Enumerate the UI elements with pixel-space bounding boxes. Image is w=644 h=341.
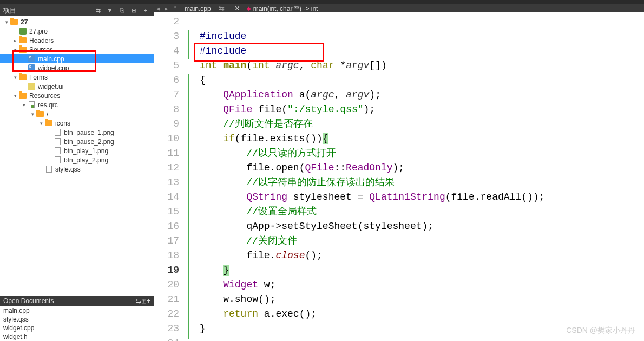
expander-icon[interactable]: ▾ <box>12 75 18 80</box>
project-sidebar: 项目 ⇆ ▼ ⎘ ⊞ + ▾2727.pro▸Headers▾Sourcesma… <box>0 4 154 341</box>
line-number: 5 <box>154 58 179 73</box>
expander-icon[interactable]: ▾ <box>12 93 18 99</box>
tree-item[interactable]: main.cpp <box>0 54 154 63</box>
tree-item-label: btn_pause_1.png <box>64 129 114 136</box>
filter-icon[interactable]: ▼ <box>105 6 115 15</box>
tree-item[interactable]: btn_play_1.png <box>0 146 154 155</box>
fold-column[interactable] <box>187 12 194 341</box>
expander-icon[interactable]: ▾ <box>38 121 44 126</box>
file-icon <box>53 129 62 136</box>
line-number: 20 <box>154 278 179 292</box>
line-number: 9 <box>154 117 179 132</box>
tree-item-label: btn_play_1.png <box>64 147 108 155</box>
tree-item-label: Sources <box>29 46 53 54</box>
split-chevron-icon[interactable]: ⇆ <box>219 4 225 12</box>
line-number: 11 <box>154 146 179 161</box>
qrc-icon <box>27 101 36 109</box>
editor-area: ◂ ▸ main.cpp ⇆ ✕ ◆ main(int, char **) ->… <box>154 4 644 341</box>
add-icon[interactable]: + <box>147 297 150 305</box>
tree-item[interactable]: ▾Forms <box>0 73 154 82</box>
tree-item[interactable]: widget.ui <box>0 82 154 91</box>
project-icon <box>10 18 18 26</box>
line-number: 8 <box>154 102 179 117</box>
file-icon <box>44 166 53 173</box>
line-number: 23 <box>154 322 179 336</box>
sidebar-title: 项目 <box>3 6 91 15</box>
link-icon[interactable]: ⎘ <box>117 6 127 15</box>
breadcrumb[interactable]: ◆ main(int, char **) -> int <box>247 5 318 12</box>
tree-item[interactable]: btn_pause_2.png <box>0 137 154 146</box>
diamond-icon: ◆ <box>247 5 251 11</box>
line-gutter: 23456789101112131415161718192021222324 <box>154 12 187 341</box>
editor-tabs: ◂ ▸ main.cpp ⇆ ✕ ◆ main(int, char **) ->… <box>154 4 644 12</box>
line-number: 6 <box>154 73 179 88</box>
close-icon[interactable]: ✕ <box>232 4 242 12</box>
expander-icon[interactable]: ▾ <box>21 102 27 108</box>
tree-item[interactable]: btn_play_2.png <box>0 155 154 165</box>
tree-item-label: Forms <box>29 74 48 81</box>
tree-item-label: res.qrc <box>38 101 58 109</box>
tree-item[interactable]: ▾res.qrc <box>0 100 154 109</box>
tree-item-label: Headers <box>29 37 54 44</box>
tree-item-label: widget.cpp <box>38 64 69 72</box>
line-number: 19 <box>154 263 179 278</box>
line-number: 14 <box>154 190 179 205</box>
split-icon[interactable]: ⊞ <box>129 6 139 15</box>
expander-icon[interactable]: ▾ <box>12 47 18 53</box>
line-number: 16 <box>154 219 179 234</box>
tree-item-label: 27.pro <box>29 28 48 35</box>
open-docs-header: Open Documents ⇆ ⊞ + <box>0 296 154 306</box>
open-doc-item[interactable]: main.cpp <box>0 306 154 315</box>
qt-icon <box>18 28 27 35</box>
open-docs-title: Open Documents <box>3 297 136 305</box>
line-number: 22 <box>154 307 179 322</box>
open-doc-item[interactable]: widget.h <box>0 332 154 341</box>
code-editor[interactable]: 23456789101112131415161718192021222324 #… <box>154 12 644 341</box>
tree-item-label: icons <box>55 120 70 127</box>
file-icon <box>53 138 62 146</box>
tree-item-label: btn_play_2.png <box>64 156 108 164</box>
tab-filename[interactable]: main.cpp <box>185 5 211 12</box>
tree-item[interactable]: ▸Headers <box>0 36 154 45</box>
dropdown-icon[interactable]: ⇆ <box>93 6 103 15</box>
line-number: 15 <box>154 205 179 219</box>
expander-icon[interactable]: ▸ <box>12 38 18 43</box>
split-icon[interactable]: ⊞ <box>141 297 147 305</box>
tree-item[interactable]: btn_pause_1.png <box>0 128 154 137</box>
tree-item[interactable]: ▾/ <box>0 109 154 119</box>
expander-icon[interactable]: ▾ <box>3 19 10 25</box>
tree-item-label: Resources <box>29 92 60 100</box>
open-doc-item[interactable]: style.qss <box>0 315 154 324</box>
expander-icon[interactable]: ▾ <box>29 112 36 117</box>
tree-item[interactable]: ▾Sources <box>0 45 154 54</box>
folder-icon <box>18 37 27 44</box>
line-number: 3 <box>154 29 179 44</box>
file-icon <box>53 147 62 155</box>
tree-item[interactable]: widget.cpp <box>0 63 154 73</box>
folder-icon <box>36 110 44 118</box>
cpp-icon <box>27 64 36 72</box>
open-doc-item[interactable]: widget.cpp <box>0 324 154 332</box>
chevron-right-icon[interactable]: ▸ <box>165 4 168 12</box>
sidebar-header: 项目 ⇆ ▼ ⎘ ⊞ + <box>0 4 154 16</box>
tree-item[interactable]: ▾27 <box>0 17 154 27</box>
tree-item-label: main.cpp <box>38 55 64 63</box>
line-number: 2 <box>154 15 179 29</box>
tree-item[interactable]: style.qss <box>0 165 154 174</box>
file-icon <box>53 156 62 164</box>
cpp-icon <box>173 5 180 12</box>
tree-item[interactable]: ▾Resources <box>0 91 154 100</box>
tree-item[interactable]: 27.pro <box>0 27 154 36</box>
chevron-left-icon[interactable]: ◂ <box>156 4 160 12</box>
dropdown-icon[interactable]: ⇆ <box>136 297 141 305</box>
open-docs-list[interactable]: main.cppstyle.qsswidget.cppwidget.h <box>0 306 154 341</box>
tree-item-label: 27 <box>21 18 28 26</box>
line-number: 17 <box>154 234 179 248</box>
tree-item[interactable]: ▾icons <box>0 119 154 128</box>
project-tree[interactable]: ▾2727.pro▸Headers▾Sourcesmain.cppwidget.… <box>0 16 154 296</box>
add-icon[interactable]: + <box>141 6 150 15</box>
tree-item-label: style.qss <box>55 166 81 173</box>
code-content[interactable]: #include #include int main(int argc, cha… <box>194 12 644 341</box>
breadcrumb-text: main(int, char **) -> int <box>253 5 318 12</box>
cpp-icon <box>27 55 36 63</box>
